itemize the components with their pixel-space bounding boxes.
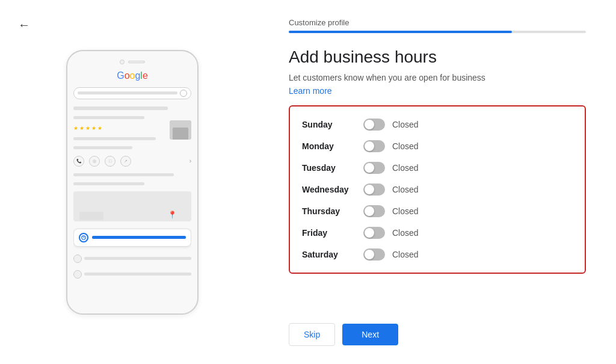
day-name-wednesday: Wednesday [302, 185, 356, 194]
toggle-thursday[interactable] [363, 205, 385, 217]
phone-speaker [128, 61, 145, 63]
left-panel: ← Google ★ ★ ★ [0, 0, 265, 364]
phone-camera [120, 60, 125, 64]
skip-button[interactable]: Skip [289, 323, 335, 346]
day-status-monday: Closed [392, 141, 419, 151]
result-line-6 [73, 182, 144, 185]
toggle-sunday[interactable] [363, 119, 385, 131]
stars-section: ★ ★ ★ ★ ★ [73, 124, 191, 132]
toggle-thumb-wednesday [365, 185, 374, 194]
page-title: Add business hours [289, 48, 586, 67]
right-panel: Customize profile Add business hours Let… [265, 0, 616, 364]
progress-bar-track [289, 31, 586, 33]
action-buttons: Skip Next [289, 323, 586, 346]
store-shape [173, 128, 188, 140]
progress-label: Customize profile [289, 18, 586, 27]
phone-top-bar [73, 60, 191, 64]
toggle-friday[interactable] [363, 227, 385, 239]
day-row: MondayClosed [302, 135, 573, 157]
stars-row: ★ ★ ★ ★ ★ [73, 125, 102, 131]
day-name-thursday: Thursday [302, 206, 356, 216]
subtitle: Let customers know when you are open for… [289, 73, 586, 82]
progress-bar-fill [289, 31, 512, 33]
google-logo: Google [73, 70, 191, 81]
toggle-thumb-monday [365, 141, 374, 151]
toggle-tuesday[interactable] [363, 162, 385, 174]
search-bar [73, 87, 191, 99]
toggle-saturday[interactable] [363, 248, 385, 261]
toggle-monday[interactable] [363, 140, 385, 152]
day-status-sunday: Closed [392, 120, 419, 129]
star-3: ★ [85, 125, 90, 131]
learn-more-link[interactable]: Learn more [289, 86, 586, 96]
toggle-track-tuesday[interactable] [363, 162, 385, 174]
map-placeholder: 📍 [73, 191, 191, 221]
day-row: SundayClosed [302, 114, 573, 135]
day-status-wednesday: Closed [392, 185, 419, 194]
result-line-3 [73, 137, 156, 140]
day-name-saturday: Saturday [302, 250, 356, 259]
toggle-thumb-thursday [365, 206, 374, 216]
icons-row: 📞 ◎ □ ↗ › [73, 156, 191, 167]
day-name-friday: Friday [302, 228, 356, 238]
result-line-1 [73, 106, 168, 110]
day-name-sunday: Sunday [302, 120, 356, 129]
phone-bottom-section [73, 253, 191, 265]
map-label [79, 212, 103, 220]
map-pin-icon: 📍 [168, 211, 177, 219]
toggle-wednesday[interactable] [363, 184, 385, 196]
day-row: FridayClosed [302, 222, 573, 244]
card-hours-line [92, 236, 186, 239]
phone-content: Google ★ ★ ★ ★ ★ [73, 70, 191, 305]
bottom-phone-icon [73, 254, 82, 263]
day-status-tuesday: Closed [392, 163, 419, 173]
toggle-track-friday[interactable] [363, 227, 385, 239]
toggle-track-sunday[interactable] [363, 119, 385, 131]
star-5: ★ [97, 125, 102, 131]
next-button[interactable]: Next [342, 324, 398, 345]
clock-icon [79, 233, 88, 242]
save-icon: □ [105, 156, 116, 167]
directions-icon: ◎ [89, 156, 100, 167]
store-image [170, 120, 191, 140]
bottom-globe-icon [73, 270, 82, 279]
result-line-5 [73, 173, 174, 176]
day-name-tuesday: Tuesday [302, 163, 356, 173]
star-4: ★ [91, 125, 96, 131]
day-name-monday: Monday [302, 141, 356, 151]
day-row: ThursdayClosed [302, 200, 573, 222]
highlighted-hours-card [73, 229, 191, 247]
phone-icon: 📞 [73, 156, 84, 167]
progress-section: Customize profile [289, 18, 586, 33]
result-line-4 [73, 146, 132, 149]
toggle-thumb-saturday [365, 250, 374, 259]
hours-box: SundayClosedMondayClosedTuesdayClosedWed… [289, 105, 586, 274]
day-row: WednesdayClosed [302, 179, 573, 200]
search-icon [180, 90, 187, 97]
star-2: ★ [79, 125, 84, 131]
toggle-thumb-sunday [365, 120, 374, 129]
toggle-track-thursday[interactable] [363, 205, 385, 217]
day-row: SaturdayClosed [302, 244, 573, 265]
phone-bottom-section-2 [73, 268, 191, 280]
toggle-thumb-tuesday [365, 163, 374, 173]
search-bar-line [78, 91, 177, 94]
bottom-line [84, 257, 191, 260]
toggle-track-wednesday[interactable] [363, 184, 385, 196]
phone-mockup: Google ★ ★ ★ ★ ★ [66, 50, 199, 315]
bottom-line-2 [84, 273, 191, 276]
back-button[interactable]: ← [18, 18, 30, 32]
toggle-thumb-friday [365, 228, 374, 238]
result-line-2 [73, 116, 144, 119]
day-status-friday: Closed [392, 228, 419, 238]
day-row: TuesdayClosed [302, 157, 573, 179]
toggle-track-monday[interactable] [363, 140, 385, 152]
day-status-thursday: Closed [392, 206, 419, 216]
chevron-right-icon: › [189, 158, 191, 164]
star-1: ★ [73, 125, 78, 131]
day-status-saturday: Closed [392, 250, 419, 259]
toggle-track-saturday[interactable] [363, 248, 385, 261]
share-icon: ↗ [120, 156, 131, 167]
